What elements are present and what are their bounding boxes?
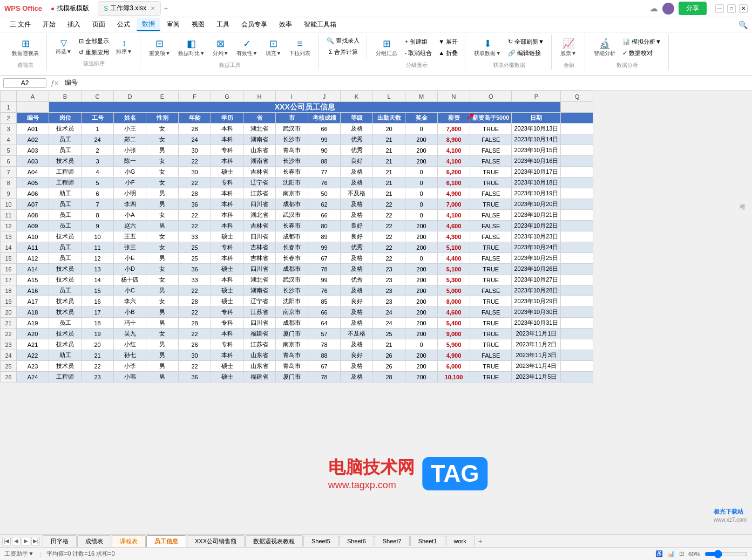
header-J2[interactable]: 考核成绩 — [308, 113, 341, 124]
cell-F16[interactable]: 36 — [179, 264, 211, 275]
ribbon-btn-expand[interactable]: ▼ 展开 — [436, 37, 460, 47]
cell-K9[interactable]: 不及格 — [341, 188, 373, 199]
cell-N3[interactable]: 7,800 — [438, 124, 470, 134]
col-header-B[interactable]: B — [49, 91, 82, 102]
cell-F21[interactable]: 28 — [179, 318, 211, 329]
cell-Q6[interactable] — [561, 156, 593, 167]
cell-B5[interactable]: 员工 — [49, 145, 82, 156]
cell-H19[interactable]: 辽宁省 — [243, 296, 276, 307]
template-tab[interactable]: ● 找模板模版 — [45, 2, 94, 15]
cell-D17[interactable]: 杨十四 — [114, 275, 146, 285]
ribbon-btn-create-group[interactable]: + 创建组 — [402, 37, 435, 47]
cell-A16[interactable]: A14 — [17, 264, 49, 275]
cell-F23[interactable]: 26 — [179, 339, 211, 350]
cell-P6[interactable]: 2023年10月16日 — [512, 156, 561, 167]
cell-J13[interactable]: 89 — [308, 231, 341, 242]
cell-B6[interactable]: 技术员 — [49, 156, 82, 167]
cell-L16[interactable]: 23 — [373, 264, 405, 275]
cell-E5[interactable]: 男 — [146, 145, 179, 156]
cell-O14[interactable]: TRUE — [470, 242, 512, 253]
tab-prev-btn[interactable]: ◀ — [12, 537, 21, 545]
col-header-M[interactable]: M — [405, 91, 438, 102]
cell-K8[interactable]: 及格 — [341, 177, 373, 188]
cell-N17[interactable]: 5,300 — [438, 275, 470, 285]
cell-B17[interactable]: 技术员 — [49, 275, 82, 285]
cell-C6[interactable]: 3 — [82, 156, 114, 167]
cell-L14[interactable]: 22 — [373, 242, 405, 253]
cell-B9[interactable]: 助工 — [49, 188, 82, 199]
cell-E24[interactable]: 男 — [146, 350, 179, 361]
col-header-A[interactable]: A — [17, 91, 49, 102]
sheet-tab-sheet6[interactable]: Sheet6 — [339, 536, 374, 546]
cell-G24[interactable]: 本科 — [211, 350, 243, 361]
cell-C25[interactable]: 22 — [82, 361, 114, 372]
cell-K16[interactable]: 及格 — [341, 264, 373, 275]
ribbon-btn-show-all[interactable]: ⊡ 全部显示 — [76, 36, 112, 46]
header-O2[interactable]: 薪资高于5000 — [470, 113, 512, 124]
sheet-tab-chengji[interactable]: 成绩表 — [77, 535, 111, 547]
cell-G23[interactable]: 专科 — [211, 339, 243, 350]
sheet-tab-shujujiaochen[interactable]: 数据适视表教程 — [245, 535, 303, 547]
cell-I7[interactable]: 长春市 — [276, 167, 308, 177]
cell-B25[interactable]: 技术员 — [49, 361, 82, 372]
cell-H20[interactable]: 江苏省 — [243, 307, 276, 318]
cell-O22[interactable]: TRUE — [470, 329, 512, 339]
minimize-button[interactable]: — — [715, 4, 724, 13]
cell-P20[interactable]: 2023年10月30日 — [512, 307, 561, 318]
cell-P5[interactable]: 2023年10月15日 — [512, 145, 561, 156]
ribbon-btn-refresh-all[interactable]: ↻ 全部刷新▼ — [505, 37, 547, 47]
cell-J5[interactable]: 90 — [308, 145, 341, 156]
cell-D5[interactable]: 小张 — [114, 145, 146, 156]
cell-B12[interactable]: 员工 — [49, 221, 82, 231]
ribbon-btn-split[interactable]: ⊠ 分列▼ — [209, 36, 232, 59]
cell-E11[interactable]: 女 — [146, 210, 179, 221]
cell-K4[interactable]: 优秀 — [341, 134, 373, 145]
cell-N23[interactable]: 5,900 — [438, 339, 470, 350]
workbook-tab-close[interactable]: ✕ — [151, 5, 155, 11]
cell-J14[interactable]: 99 — [308, 242, 341, 253]
cell-F11[interactable]: 22 — [179, 210, 211, 221]
menu-file[interactable]: 三 文件 — [4, 18, 36, 31]
cell-K23[interactable]: 及格 — [341, 339, 373, 350]
cell-A5[interactable]: A03 — [17, 145, 49, 156]
cell-N7[interactable]: 6,200 — [438, 167, 470, 177]
col-header-F[interactable]: F — [179, 91, 211, 102]
cell-E10[interactable]: 男 — [146, 199, 179, 210]
header-Q2[interactable] — [561, 113, 593, 124]
cell-F24[interactable]: 30 — [179, 350, 211, 361]
cell-G16[interactable]: 硕士 — [211, 264, 243, 275]
cell-N18[interactable]: 5,000 — [438, 285, 470, 296]
sheet-tab-xiaoshou[interactable]: XXX公司销售额 — [187, 535, 245, 547]
cell-J8[interactable]: 76 — [308, 177, 341, 188]
sheet-tab-sheet1[interactable]: Sheet1 — [410, 536, 445, 546]
cell-P12[interactable]: 2023年10月22日 — [512, 221, 561, 231]
cell-A8[interactable]: A05 — [17, 177, 49, 188]
header-G2[interactable]: 学历 — [211, 113, 243, 124]
cell-L23[interactable]: 21 — [373, 339, 405, 350]
header-F2[interactable]: 年龄 — [179, 113, 211, 124]
cell-E14[interactable]: 女 — [146, 242, 179, 253]
cell-E22[interactable]: 女 — [146, 329, 179, 339]
cell-M9[interactable]: 0 — [405, 188, 438, 199]
cell-N26[interactable]: 10,100 — [438, 372, 470, 383]
cell-D25[interactable]: 小李 — [114, 361, 146, 372]
cell-G20[interactable]: 专科 — [211, 307, 243, 318]
cell-Q17[interactable] — [561, 275, 593, 285]
cell-P7[interactable]: 2023年10月17日 — [512, 167, 561, 177]
cell-A18[interactable]: A16 — [17, 285, 49, 296]
cell-N8[interactable]: 6,100 — [438, 177, 470, 188]
cell-F9[interactable]: 28 — [179, 188, 211, 199]
cell-D8[interactable]: 小F — [114, 177, 146, 188]
cell-C8[interactable]: 5 — [82, 177, 114, 188]
cell-O10[interactable]: TRUE — [470, 199, 512, 210]
ribbon-btn-subtotal[interactable]: ⊞ 分组汇总 — [372, 36, 401, 59]
cell-Q25[interactable] — [561, 361, 593, 372]
cell-K12[interactable]: 良好 — [341, 221, 373, 231]
cell-F17[interactable]: 33 — [179, 275, 211, 285]
col-header-E[interactable]: E — [146, 91, 179, 102]
cell-P13[interactable]: 2023年10月23日 — [512, 231, 561, 242]
sheet-tab-yuangong[interactable]: 员工信息 — [146, 535, 186, 547]
cell-C11[interactable]: 8 — [82, 210, 114, 221]
cell-name-box[interactable] — [3, 78, 46, 88]
cell-I10[interactable]: 成都市 — [276, 199, 308, 210]
